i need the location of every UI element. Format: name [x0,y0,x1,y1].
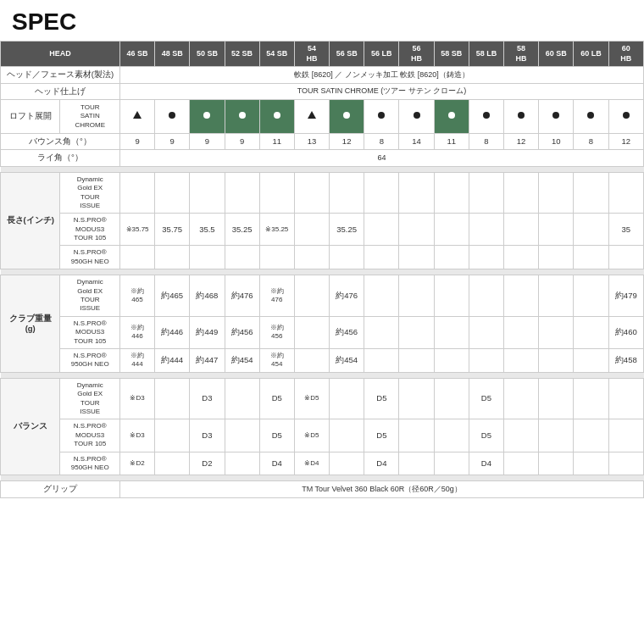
cw-shaft1-label: DynamicGold EXTOURISSUE [60,275,119,317]
cw-dg-56hb [399,275,434,317]
cw-m-54sb: ※約456 [259,316,294,348]
col-54sb: 54 SB [259,42,294,67]
col-50sb: 50 SB [190,42,225,67]
club-weight-label: クラブ重量(g) [1,275,60,373]
len-950-52sb [225,246,259,269]
col-60sb: 60 SB [539,42,574,67]
cw-950-58sb [434,349,469,373]
cw-m-54hb [294,316,329,348]
length-modus-row: N.S.PRO®MODUS3TOUR 105 ※35.75 35.75 35.5… [1,214,644,246]
bal-m-58lb: D5 [469,419,503,452]
len-dg-60lb [574,172,608,214]
cw-m-56hb [399,316,434,348]
bal-m-48sb [155,419,190,452]
bal-dg-46sb: ※D3 [119,378,154,419]
len-950-58hb [504,246,539,269]
lie-row: ライ角（°） 64 [1,150,644,166]
cw-m-56sb: 約456 [330,316,364,348]
cw-dg-58hb [504,275,539,317]
len-950-48sb [155,246,190,269]
len-dg-60hb [608,172,643,214]
bal-950-60sb [539,452,574,475]
len-dg-54sb [259,172,294,214]
bal-950-56hb [399,452,434,475]
bal-950-52sb [225,452,259,475]
len-dg-50sb [190,172,225,214]
len-950-58sb [434,246,469,269]
len-m-54hb [294,214,329,246]
loft-row: ロフト展開 TOURSATINCHROME [1,100,644,134]
col-56hb: 56HB [399,42,434,67]
bal-m-56hb [399,419,434,452]
bal-modus-row: N.S.PRO®MODUS3TOUR 105 ※D3 D3 D5 ※D5 D5 … [1,419,644,452]
len-m-58sb [434,214,469,246]
len-m-60sb [539,214,574,246]
bounce-48sb: 9 [155,134,190,150]
len-dg-58lb [469,172,503,214]
grip-value: TM Tour Velvet 360 Black 60R（径60R／50g） [119,481,643,497]
loft-60sb [539,100,574,134]
bal-950-60hb [608,452,643,475]
col-48sb: 48 SB [155,42,190,67]
cw-shaft2-label: N.S.PRO®MODUS3TOUR 105 [60,316,119,348]
cw-shaft3-label: N.S.PRO®950GH NEO [60,349,119,373]
head-finish-value: TOUR SATIN CHROME (ツアー サテン クローム) [119,83,643,99]
bal-950-46sb: ※D2 [119,452,154,475]
cw-dg-60lb [574,275,608,317]
col-60hb: 60HB [608,42,643,67]
col-56lb: 56 LB [364,42,399,67]
bounce-56sb: 12 [330,134,364,150]
bal-950-54hb: ※D4 [294,452,329,475]
cw-dg-52sb: 約476 [225,275,259,317]
bal-dg-50sb: D3 [190,378,225,419]
bal-m-60lb [574,419,608,452]
bal-dg-56lb: D5 [364,378,399,419]
lie-label: ライ角（°） [1,150,120,166]
bounce-58lb: 8 [469,134,503,150]
bounce-60hb: 12 [608,134,643,150]
bal-dg-60lb [574,378,608,419]
bounce-54sb: 11 [259,134,294,150]
bounce-56hb: 14 [399,134,434,150]
bounce-56lb: 8 [364,134,399,150]
cw-m-46sb: ※約446 [119,316,154,348]
bal-m-50sb: D3 [190,419,225,452]
cw-m-50sb: 約449 [190,316,225,348]
bal-950-60lb [574,452,608,475]
page-title: SPEC [0,0,644,41]
length-shaft2-label: N.S.PRO®MODUS3TOUR 105 [60,214,119,246]
len-950-60sb [539,246,574,269]
len-dg-56lb [364,172,399,214]
len-m-60lb [574,214,608,246]
bal-dg-48sb [155,378,190,419]
cw-dg-54hb [294,275,329,317]
bounce-50sb: 9 [190,134,225,150]
cw-950-60lb [574,349,608,373]
len-dg-58hb [504,172,539,214]
length-dg-row: 長さ(インチ) DynamicGold EXTOURISSUE [1,172,644,214]
bal-950-row: N.S.PRO®950GH NEO ※D2 D2 D4 ※D4 D4 D4 [1,452,644,475]
len-m-48sb: 35.75 [155,214,190,246]
bounce-54hb: 13 [294,134,329,150]
bal-950-58lb: D4 [469,452,503,475]
len-m-58lb [469,214,503,246]
bal-m-56lb: D5 [364,419,399,452]
cw-950-row: N.S.PRO®950GH NEO ※約444 約444 約447 約454 ※… [1,349,644,373]
len-m-50sb: 35.5 [190,214,225,246]
cw-m-52sb: 約456 [225,316,259,348]
cw-950-56sb: 約454 [330,349,364,373]
bal-shaft2-label: N.S.PRO®MODUS3TOUR 105 [60,419,119,452]
bal-dg-52sb [225,378,259,419]
len-950-60lb [574,246,608,269]
bal-dg-54hb: ※D5 [294,378,329,419]
length-shaft1: DynamicGold EXTOURISSUE [60,172,119,214]
len-950-60hb [608,246,643,269]
len-m-56sb: 35.25 [330,214,364,246]
bal-shaft3-label: N.S.PRO®950GH NEO [60,452,119,475]
cw-m-60hb: 約460 [608,316,643,348]
bal-950-56lb: D4 [364,452,399,475]
bal-dg-54sb: D5 [259,378,294,419]
grip-label: グリップ [1,481,120,497]
bal-950-54sb: D4 [259,452,294,475]
bounce-58hb: 12 [504,134,539,150]
